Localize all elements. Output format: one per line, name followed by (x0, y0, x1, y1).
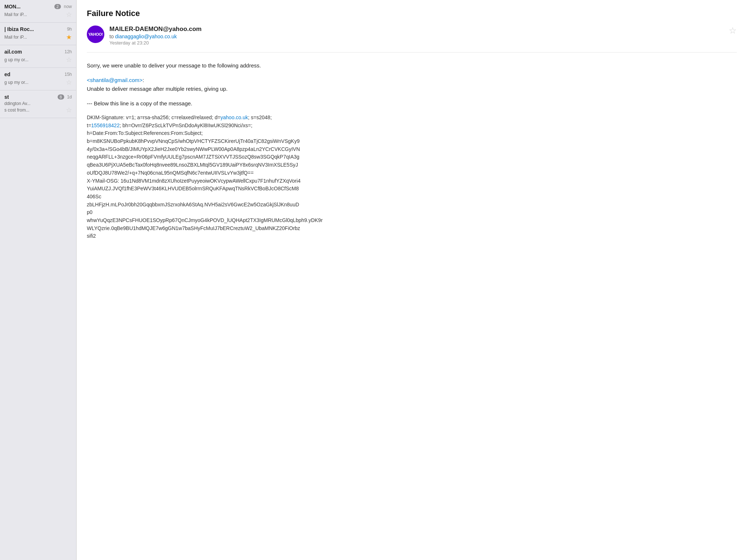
item-time: 1d (67, 94, 72, 100)
star-icon[interactable]: ☆ (66, 78, 72, 86)
yahoo-logo-text: YAHOO! (88, 32, 103, 36)
item-sender: ail.com (4, 49, 22, 55)
star-icon[interactable]: ☆ (66, 11, 72, 19)
star-icon[interactable]: ☆ (66, 56, 72, 64)
dkim-domain-link[interactable]: yahoo.co.uk (221, 114, 248, 120)
item-preview2: s cost from... (4, 108, 30, 113)
failed-address-block: <shantila@gmail.com>: Unable to deliver … (87, 76, 737, 93)
list-item[interactable]: | Ibiza Roc... 9h Mail for iP... ★ (0, 23, 76, 45)
dkim-timestamp-link[interactable]: 1556918422 (91, 122, 120, 128)
star-icon[interactable]: ☆ (66, 106, 72, 114)
unread-badge: 2 (54, 4, 61, 9)
to-label: to (109, 34, 114, 39)
item-sender: | Ibiza Roc... (4, 26, 34, 32)
separator-line: --- Below this line is a copy of the mes… (87, 99, 737, 108)
list-item[interactable]: ed 15h g up my or... ☆ (0, 68, 76, 90)
item-time: now (64, 4, 72, 9)
item-sender: st (4, 94, 9, 100)
item-preview: g up my or... (4, 57, 28, 62)
item-time: 15h (65, 72, 72, 77)
email-subject: Failure Notice (87, 9, 737, 18)
item-time: 12h (65, 49, 72, 54)
list-item[interactable]: st 8 1d ddington Av... s cost from... ☆ (0, 90, 76, 118)
sender-email-address: MAILER-DAEMON@yahoo.com (109, 26, 729, 33)
item-preview: Mail for iP... (4, 12, 27, 17)
list-item[interactable]: ail.com 12h g up my or... ☆ (0, 45, 76, 68)
item-sender: MON... (4, 4, 20, 9)
item-preview: g up my or... (4, 80, 28, 85)
email-list-sidebar: MON... 2 now Mail for iP... ☆ | Ibiza Ro… (0, 0, 77, 560)
item-time: 9h (67, 27, 72, 32)
item-preview: ddington Av... (4, 101, 72, 106)
email-detail-pane: Failure Notice YAHOO! MAILER-DAEMON@yaho… (77, 0, 747, 560)
item-sender: ed (4, 71, 10, 77)
dkim-signature-label: DKIM-Signature: v=1; a=rsa-sha256; c=rel… (87, 114, 221, 120)
item-preview: Mail for iP... (4, 35, 27, 40)
failed-reason: Unable to deliver message after multiple… (87, 86, 228, 92)
unread-badge: 8 (58, 94, 64, 100)
sender-info: MAILER-DAEMON@yahoo.com to dianaggaglio@… (109, 26, 729, 46)
email-header: YAHOO! MAILER-DAEMON@yahoo.com to dianag… (87, 26, 737, 52)
recipient-email[interactable]: dianaggaglio@yahoo.co.uk (115, 34, 177, 39)
sender-to-line: to dianaggaglio@yahoo.co.uk (109, 34, 729, 39)
sender-avatar: YAHOO! (87, 26, 104, 43)
body-intro: Sorry, we were unable to deliver your me… (87, 61, 737, 70)
email-date: Yesterday at 23:20 (109, 40, 729, 46)
failed-email-link[interactable]: <shantila@gmail.com> (87, 77, 143, 83)
email-star-icon[interactable]: ☆ (729, 26, 737, 36)
technical-headers: DKIM-Signature: v=1; a=rsa-sha256; c=rel… (87, 114, 737, 240)
email-body: Sorry, we were unable to deliver your me… (87, 61, 737, 240)
list-item[interactable]: MON... 2 now Mail for iP... ☆ (0, 0, 76, 23)
star-icon[interactable]: ★ (66, 33, 72, 41)
